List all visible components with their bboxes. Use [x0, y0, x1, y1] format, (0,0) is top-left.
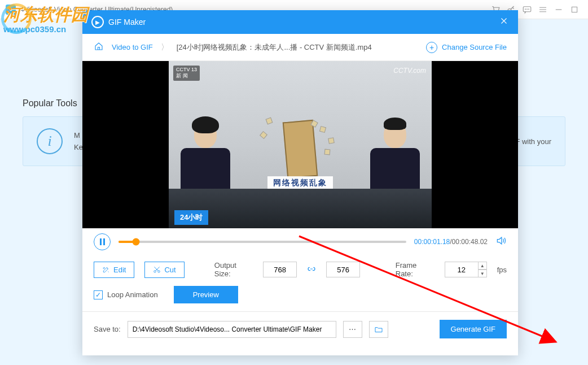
minimize-icon[interactable]: [551, 2, 567, 18]
svg-point-5: [527, 8, 528, 9]
playback-controls: 00:00:01.18/00:00:48.02: [82, 228, 518, 255]
svg-rect-7: [572, 7, 577, 12]
cctv-logo-right: CCTV.com: [393, 67, 426, 75]
breadcrumb: Video to GIF 〉 [24小时]网络视频乱象：未成年人...播 - C…: [82, 34, 518, 61]
breadcrumb-step2: [24小时]网络视频乱象：未成年人...播 - CCTV 新闻频道.mp4: [177, 42, 372, 53]
link-icon[interactable]: [307, 264, 316, 275]
frame-rate-up[interactable]: ▲: [478, 262, 487, 270]
cut-label: Cut: [164, 266, 175, 274]
cut-button[interactable]: Cut: [144, 262, 184, 278]
frame-rate-down[interactable]: ▼: [478, 270, 487, 277]
video-frame: CCTV 13 新 闻 CCTV.com 网络视频乱象 24小时: [169, 61, 432, 228]
info-text-tail: F with your: [515, 137, 551, 146]
time-total: /00:00:48.02: [450, 238, 488, 246]
save-to-label: Save to:: [94, 325, 121, 333]
loop-checkbox[interactable]: ✓: [94, 290, 103, 299]
video-banner-text: 网络视频乱象: [267, 176, 333, 190]
gif-maker-modal: ▶ GIF Maker Video to GIF 〉 [24小时]网络视频乱象：…: [82, 10, 518, 355]
plus-icon: +: [426, 42, 437, 53]
preview-button[interactable]: Preview: [174, 286, 238, 303]
time-display: 00:00:01.18/00:00:48.02: [414, 238, 488, 246]
home-icon[interactable]: [94, 41, 104, 53]
change-source-button[interactable]: + Change Source File: [426, 42, 507, 53]
breadcrumb-step1[interactable]: Video to GIF: [112, 43, 153, 51]
svg-point-4: [525, 8, 526, 9]
loop-row: ✓ Loop Animation Preview: [82, 278, 518, 311]
open-folder-button[interactable]: [369, 321, 388, 338]
gif-icon: ▶: [91, 16, 104, 28]
frame-rate-label: Frame Rate:: [396, 261, 435, 278]
svg-point-6: [529, 8, 529, 9]
settings-row: Edit Cut Output Size: Frame Rate: ▲ ▼ fp…: [82, 255, 518, 278]
edit-label: Edit: [113, 266, 126, 274]
video-time-badge: 24小时: [174, 210, 208, 225]
modal-title: GIF Maker: [108, 18, 499, 27]
time-current: 00:00:01.18: [414, 238, 450, 246]
generate-gif-button[interactable]: Generate GIF: [440, 320, 507, 338]
browse-button[interactable]: ⋯: [343, 321, 362, 338]
info-icon: i: [37, 128, 63, 154]
modal-header: ▶ GIF Maker: [82, 10, 518, 34]
output-height-input[interactable]: [326, 262, 360, 277]
volume-icon[interactable]: [495, 235, 507, 249]
chat-icon[interactable]: [519, 2, 535, 18]
cctv-logo-left: CCTV 13 新 闻: [173, 66, 200, 81]
pause-button[interactable]: [94, 233, 111, 250]
fps-label: fps: [497, 266, 507, 274]
output-size-label: Output Size:: [214, 261, 253, 278]
loop-label: Loop Animation: [107, 290, 158, 299]
change-source-label: Change Source File: [442, 43, 507, 51]
output-width-input[interactable]: [263, 262, 297, 277]
edit-button[interactable]: Edit: [94, 262, 134, 278]
menu-icon[interactable]: [535, 2, 551, 18]
seek-slider[interactable]: [119, 241, 406, 243]
video-preview: CCTV 13 新 闻 CCTV.com 网络视频乱象 24小时: [82, 61, 518, 228]
save-path-input[interactable]: [128, 321, 336, 338]
close-icon[interactable]: [499, 16, 509, 28]
chevron-right-icon: 〉: [161, 42, 169, 53]
save-row: Save to: ⋯ Generate GIF: [82, 312, 518, 346]
frame-rate-input[interactable]: [445, 262, 479, 277]
app-logo-icon: [6, 5, 16, 15]
maximize-icon[interactable]: [567, 2, 582, 18]
